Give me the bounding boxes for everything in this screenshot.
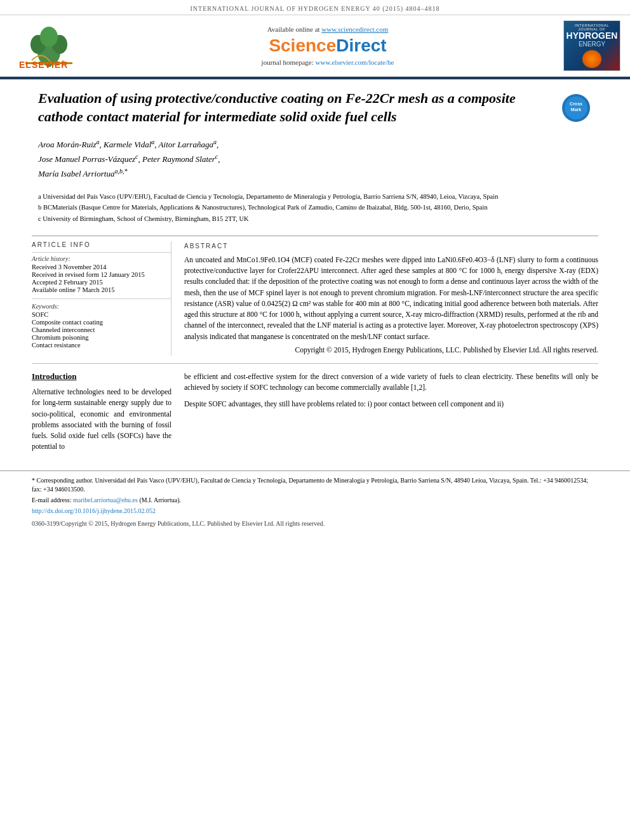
authors-section: Aroa Morán-Ruiza, Karmele Vidala, Aitor … xyxy=(0,132,630,186)
email-line: E-mail address: maribel.arriortua@ehu.es… xyxy=(32,496,598,505)
journal-homepage-link[interactable]: www.elsevier.com/locate/he xyxy=(316,58,394,66)
email-label: E-mail address: xyxy=(32,497,71,503)
email-author-name: (M.I. Arriortua). xyxy=(139,497,181,503)
publisher-header: ELSEVIER Available online at www.science… xyxy=(0,15,630,77)
article-info-column: Article Info Article history: Received 3… xyxy=(32,241,171,356)
author-1-name: Aroa Morán-Ruiz xyxy=(38,140,97,150)
received-revised-date: Received in revised form 12 January 2015 xyxy=(32,271,161,278)
corresponding-text: * Corresponding author. Universidad del … xyxy=(32,477,588,493)
section-divider-1 xyxy=(32,236,598,236)
body-left-col: Introduction Alternative technologies ne… xyxy=(32,371,171,458)
svg-point-5 xyxy=(40,27,58,47)
sciencedirect-area: Available online at www.sciencedirect.co… xyxy=(100,20,555,71)
cover-energy-text: ENERGY xyxy=(579,41,605,48)
svg-text:Cross: Cross xyxy=(570,102,582,106)
article-title: Evaluation of using protective/conductiv… xyxy=(38,90,553,126)
article-title-area: Evaluation of using protective/conductiv… xyxy=(38,90,553,126)
keyword-chromium: Chromium poisoning xyxy=(32,334,161,341)
author-sep-3: , xyxy=(217,140,218,150)
introduction-heading: Introduction xyxy=(32,371,171,382)
copyright-footer-text: 0360-3199/Copyright © 2015, Hydrogen Ene… xyxy=(32,520,325,527)
direct-text: Direct xyxy=(336,36,386,55)
author-sep-5: , xyxy=(218,155,220,164)
article-title-section: Evaluation of using protective/conductiv… xyxy=(0,79,630,132)
author-2-name: Karmele Vidal xyxy=(104,140,151,150)
abstract-column: Abstract An uncoated and MnCo1.9Fe0.1O4 … xyxy=(184,241,598,356)
author-3-name: Aitor Larrañaga xyxy=(159,140,213,150)
available-online-text: Available online at www.sciencedirect.co… xyxy=(267,25,389,33)
accepted-date: Accepted 2 February 2015 xyxy=(32,279,161,286)
authors-line: Aroa Morán-Ruiza, Karmele Vidala, Aitor … xyxy=(38,137,592,181)
affiliation-c: c University of Birmingham, School of Ch… xyxy=(38,214,592,224)
svg-text:ELSEVIER: ELSEVIER xyxy=(19,60,68,70)
crossmark-badge: Cross Mark xyxy=(560,92,592,124)
journal-cover-image: INTERNATIONAL JOURNAL OF HYDROGEN ENERGY xyxy=(563,20,620,71)
copyright-footer: 0360-3199/Copyright © 2015, Hydrogen Ene… xyxy=(0,517,630,530)
footnotes-section: * Corresponding author. Universidad del … xyxy=(0,470,630,516)
corresponding-author-note: * Corresponding author. Universidad del … xyxy=(32,476,598,494)
keyword-composite: Composite contact coating xyxy=(32,319,161,326)
science-text: Science xyxy=(269,36,336,55)
affil-c-text: c University of Birmingham, School of Ch… xyxy=(38,214,249,224)
sciencedirect-brand: ScienceDirect xyxy=(269,36,386,56)
affiliation-a: a Universidad del País Vasco (UPV/EHU), … xyxy=(38,192,592,202)
abstract-copyright: Copyright © 2015, Hydrogen Energy Public… xyxy=(184,345,598,356)
available-online-date: Available online 7 March 2015 xyxy=(32,286,161,293)
intro-para-right-2: Despite SOFC advantages, they still have… xyxy=(184,399,598,410)
section-divider-2 xyxy=(32,363,598,364)
author-5-name: Peter Raymond Slater xyxy=(142,155,215,164)
elsevier-logo-area: ELSEVIER xyxy=(6,20,95,71)
keywords-label: Keywords: xyxy=(32,303,161,310)
keyword-channeled: Channeled interconnect xyxy=(32,326,161,333)
affiliation-b: b BCMaterials (Basque Centre for Materia… xyxy=(38,203,592,213)
info-abstract-section: Article Info Article history: Received 3… xyxy=(0,241,630,356)
journal-header-bar: International Journal of Hydrogen Energy… xyxy=(0,0,630,15)
info-divider-2 xyxy=(32,298,171,299)
info-divider-1 xyxy=(32,252,171,253)
doi-line: http://dx.doi.org/10.1016/j.ijhydene.201… xyxy=(32,507,598,516)
cover-hydrogen-text: HYDROGEN xyxy=(566,31,618,41)
received-date: Received 3 November 2014 xyxy=(32,263,161,270)
author-6-name: María Isabel Arriortua xyxy=(38,170,114,179)
affil-a-text: a Universidad del País Vasco (UPV/EHU), … xyxy=(38,192,498,202)
journal-homepage-text: journal homepage: www.elsevier.com/locat… xyxy=(262,58,394,66)
crossmark-icon: Cross Mark xyxy=(562,94,590,122)
elsevier-logo-icon: ELSEVIER xyxy=(13,22,89,70)
keywords-section: Keywords: SOFC Composite contact coating… xyxy=(32,303,161,349)
abstract-text: An uncoated and MnCo1.9Fe0.1O4 (MCF) coa… xyxy=(184,255,598,342)
keyword-contact: Contact resistance xyxy=(32,342,161,349)
abstract-label: Abstract xyxy=(184,241,598,251)
keyword-sofc: SOFC xyxy=(32,311,161,318)
author-6-sup: a,b,* xyxy=(114,168,127,175)
article-info-label: Article Info xyxy=(32,241,161,248)
doi-link[interactable]: http://dx.doi.org/10.1016/j.ijhydene.201… xyxy=(32,507,156,514)
sciencedirect-link[interactable]: www.sciencedirect.com xyxy=(321,25,388,33)
email-link[interactable]: maribel.arriortua@ehu.es xyxy=(73,497,138,503)
author-4-name: Jose Manuel Porras-Vázquez xyxy=(38,155,135,164)
journal-title-bar: International Journal of Hydrogen Energy… xyxy=(190,5,439,12)
journal-cover-area: INTERNATIONAL JOURNAL OF HYDROGEN ENERGY xyxy=(560,20,624,71)
intro-para-left: Alternative technologies need to be deve… xyxy=(32,387,171,453)
history-label: Article history: xyxy=(32,255,161,262)
body-section: Introduction Alternative technologies ne… xyxy=(0,371,630,458)
svg-text:Mark: Mark xyxy=(571,107,581,112)
affiliations-section: a Universidad del País Vasco (UPV/EHU), … xyxy=(0,187,630,230)
affil-b-text: b BCMaterials (Basque Centre for Materia… xyxy=(38,203,488,213)
intro-para-right-1: be efficient and cost-effective system f… xyxy=(184,371,598,394)
body-right-col: be efficient and cost-effective system f… xyxy=(184,371,598,458)
